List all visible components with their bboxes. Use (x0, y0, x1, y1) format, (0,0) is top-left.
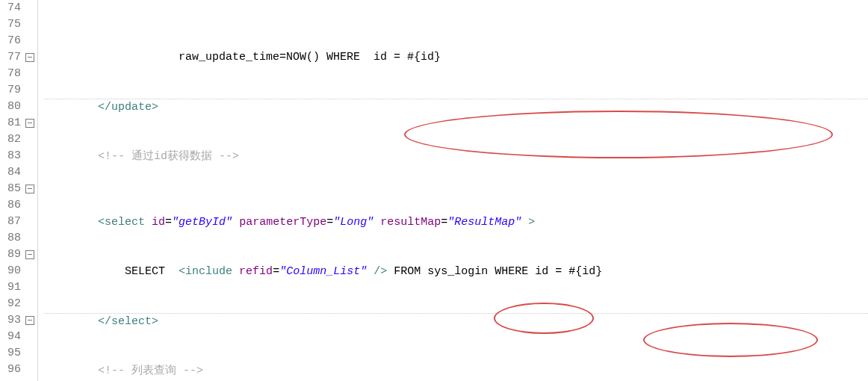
fold-icon[interactable] (25, 119, 34, 128)
line-number: 95 (7, 345, 34, 362)
line-number: 86 (7, 197, 34, 214)
line-number: 93 (7, 312, 34, 329)
code-line: </update> (44, 99, 868, 116)
line-number: 74 (7, 0, 34, 16)
line-number: 80 (7, 99, 34, 115)
line-number: 79 (7, 82, 34, 99)
fold-icon[interactable] (25, 185, 34, 193)
fold-icon[interactable] (25, 53, 34, 62)
line-number: 81 (7, 115, 34, 131)
line-number: 91 (7, 279, 34, 296)
line-number: 87 (7, 214, 34, 230)
xml-tag: select (105, 216, 145, 229)
line-number: 96 (7, 362, 34, 378)
xml-comment: <!-- 列表查询 --> (98, 365, 203, 377)
line-number: 75 (7, 16, 34, 33)
code-editor[interactable]: 7475767778798081828384858687888990919293… (0, 0, 868, 381)
line-number: 90 (7, 263, 34, 279)
code-line: raw_update_time=NOW() WHERE id = #{id} (44, 49, 868, 66)
line-number: 83 (7, 148, 34, 164)
line-number-gutter: 7475767778798081828384858687888990919293… (0, 0, 38, 381)
line-number: 82 (7, 131, 34, 148)
line-number: 78 (7, 66, 34, 82)
line-number: 92 (7, 296, 34, 312)
fold-icon[interactable] (25, 316, 34, 325)
code-area[interactable]: raw_update_time=NOW() WHERE id = #{id} <… (38, 0, 868, 381)
xml-comment: <!-- 通过id获得数据 --> (98, 150, 239, 163)
line-number: 88 (7, 230, 34, 247)
line-number: 89 (7, 247, 34, 263)
fold-icon[interactable] (25, 250, 34, 259)
xml-attr: id (152, 216, 165, 229)
code-line: <!-- 列表查询 --> (44, 363, 868, 380)
xml-tag: </update> (98, 101, 158, 114)
line-number: 84 (7, 164, 34, 181)
line-number: 77 (7, 49, 34, 66)
line-number: 85 (7, 181, 34, 197)
code-line: <!-- 通过id获得数据 --> (44, 149, 868, 165)
line-number: 76 (7, 33, 34, 49)
code-line: </select> (44, 313, 868, 330)
code-line: SELECT <include refid="Column_List" /> F… (44, 264, 868, 280)
line-number: 94 (7, 329, 34, 345)
xml-attr-value: "getById" (172, 216, 232, 229)
code-line: <select id="getById" parameterType="Long… (44, 214, 868, 231)
code-text: raw_update_time=NOW() WHERE id = #{id} (179, 51, 441, 64)
